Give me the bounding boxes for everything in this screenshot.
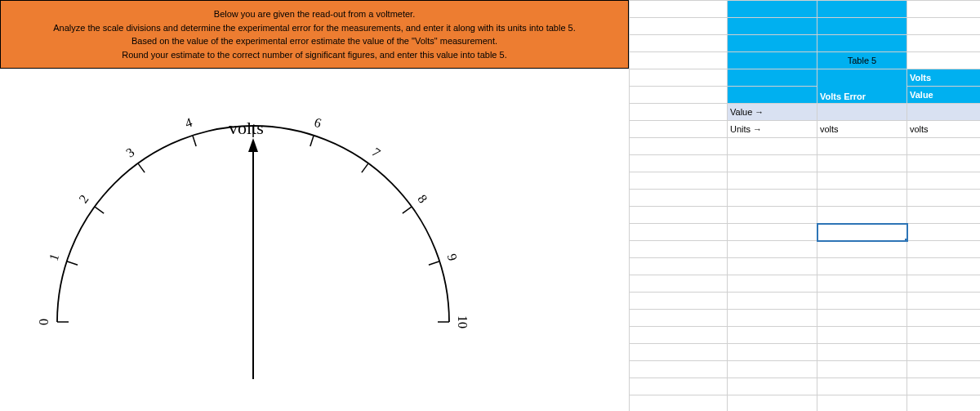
gauge-tick-label: 1 (47, 252, 62, 262)
instruction-line: Round your estimate to the correct numbe… (9, 48, 620, 62)
spreadsheet-panel: Table 5 Volts Error Volts Value Value → … (629, 0, 980, 411)
cell[interactable] (728, 87, 817, 104)
cell[interactable] (630, 69, 728, 87)
table-row: Value → (630, 104, 981, 121)
row-label-value[interactable]: Value → (728, 104, 817, 121)
gauge-needle-tip (248, 138, 258, 152)
cell[interactable] (728, 52, 817, 69)
header-volts-value-line1[interactable]: Volts (907, 69, 981, 87)
cell[interactable] (630, 104, 728, 121)
cell[interactable] (907, 35, 981, 52)
units-volts-value[interactable]: volts (907, 121, 981, 138)
header-volts-value-line2[interactable]: Value (907, 87, 981, 104)
cell[interactable] (817, 18, 907, 35)
gauge-tick (362, 163, 368, 172)
gauge-tick (138, 163, 145, 172)
table-row (630, 155, 981, 172)
gauge-tick-label: 3 (123, 145, 136, 159)
gauge-tick-label: 8 (415, 192, 430, 205)
instruction-line: Below you are given the read-out from a … (9, 7, 620, 21)
table-row (630, 293, 981, 310)
gauge-tick-label: 5 (250, 118, 256, 119)
gauge-tick (67, 261, 78, 265)
table-title-cell[interactable]: Table 5 (817, 52, 907, 69)
units-volts-error[interactable]: volts (817, 121, 907, 138)
table-row (630, 258, 981, 275)
table-row (630, 378, 981, 395)
cell[interactable] (630, 52, 728, 69)
header-volts-error[interactable]: Volts Error (817, 69, 907, 104)
voltmeter-gauge: 012345678910 (33, 118, 490, 404)
row-label-units[interactable]: Units → (728, 121, 817, 138)
table5[interactable]: Table 5 Volts Error Volts Value Value → … (629, 0, 980, 411)
cell[interactable] (630, 18, 728, 35)
voltmeter-area: volts 012345678910 (0, 69, 629, 404)
gauge-tick (429, 261, 439, 265)
gauge-tick-label: 2 (76, 192, 91, 205)
cell[interactable] (630, 87, 728, 104)
cell[interactable] (817, 1, 907, 18)
value-volts-error[interactable] (817, 104, 907, 121)
gauge-tick (310, 136, 314, 146)
left-panel: Below you are given the read-out from a … (0, 0, 629, 404)
cell[interactable] (817, 35, 907, 52)
table-row (630, 275, 981, 293)
table-row: Volts Error Volts (630, 69, 981, 87)
table-row (630, 241, 981, 258)
table-row (630, 1, 981, 18)
table-row (630, 18, 981, 35)
cell[interactable] (728, 69, 817, 87)
value-volts-value[interactable] (907, 104, 981, 121)
gauge-tick (403, 207, 412, 213)
gauge-tick-label: 4 (183, 118, 194, 130)
gauge-tick-label: 6 (313, 118, 323, 130)
instruction-line: Based on the value of the experimental e… (9, 34, 620, 48)
table-row (630, 344, 981, 361)
cell[interactable] (907, 52, 981, 69)
cell[interactable] (630, 1, 728, 18)
table-row (630, 327, 981, 344)
cell[interactable] (907, 18, 981, 35)
gauge-tick (193, 136, 196, 146)
table-row (630, 207, 981, 224)
table-row: Table 5 (630, 52, 981, 69)
table-row (630, 190, 981, 207)
table-row (630, 138, 981, 155)
instructions-box: Below you are given the read-out from a … (0, 0, 629, 69)
gauge-tick (95, 207, 104, 213)
gauge-tick-label: 10 (456, 315, 470, 328)
fill-handle-icon[interactable] (905, 239, 907, 241)
selected-cell[interactable] (817, 224, 907, 241)
cell[interactable] (907, 1, 981, 18)
table-row (630, 224, 981, 241)
table-row (630, 395, 981, 412)
table-row: Units → volts volts (630, 121, 981, 138)
table-row: Value (630, 87, 981, 104)
cell[interactable] (728, 35, 817, 52)
table-row (630, 35, 981, 52)
cell[interactable] (630, 35, 728, 52)
cell[interactable] (728, 18, 817, 35)
gauge-tick-label: 7 (370, 145, 383, 159)
table-row (630, 310, 981, 327)
table-row (630, 361, 981, 378)
table-row (630, 172, 981, 190)
instruction-line: Analyze the scale divisions and determin… (9, 21, 620, 35)
gauge-tick-label: 9 (445, 252, 461, 262)
gauge-tick-label: 0 (37, 319, 51, 325)
cell[interactable] (728, 1, 817, 18)
cell[interactable] (630, 121, 728, 138)
